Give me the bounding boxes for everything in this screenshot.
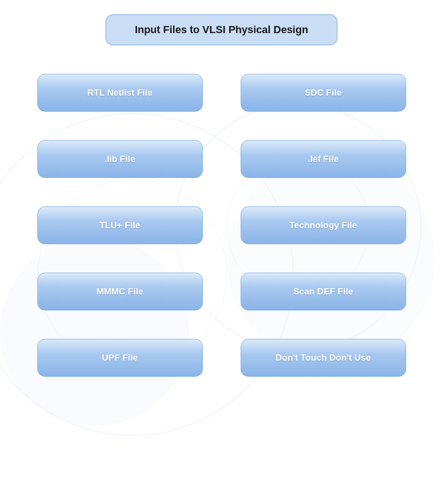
tlu-plus-button[interactable]: TLU+ File <box>37 206 203 244</box>
dont-touch-button[interactable]: Don't Touch Don't Use <box>241 339 406 377</box>
rtl-netlist-button[interactable]: RTL Netlist File <box>37 74 203 112</box>
file-buttons-grid: RTL Netlist File SDC File .lib File .lef… <box>23 74 420 377</box>
mmmc-button[interactable]: MMMC File <box>37 273 203 310</box>
scan-def-button[interactable]: Scan DEF File <box>241 273 406 310</box>
sdc-button[interactable]: SDC File <box>241 74 406 112</box>
page-title-box: Input Files to VLSI Physical Design <box>105 14 338 45</box>
lib-button[interactable]: .lib File <box>37 140 203 178</box>
upf-button[interactable]: UPF File <box>37 339 203 377</box>
technology-button[interactable]: Technology File <box>241 206 406 244</box>
page-title: Input Files to VLSI Physical Design <box>135 24 308 35</box>
lef-button[interactable]: .lef File <box>241 140 406 178</box>
